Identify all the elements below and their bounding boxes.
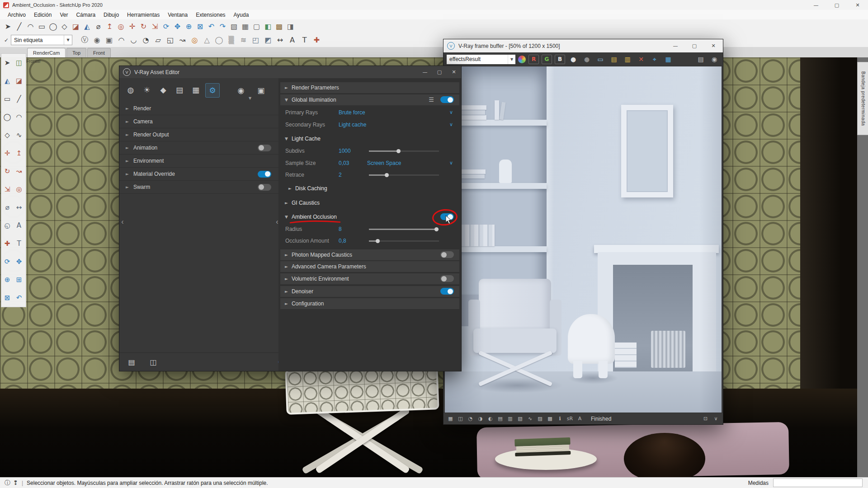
chevron-down-icon[interactable]: ∨ <box>449 160 453 166</box>
gi-caustics-subheader[interactable]: ► GI Caustics <box>280 197 459 208</box>
vray-settings-icon[interactable]: ⚙ <box>205 83 220 98</box>
measurements-input[interactable] <box>773 479 863 487</box>
render-options-chevron-icon[interactable]: ▼ <box>249 96 251 100</box>
pie-tool[interactable]: ◔ <box>140 34 152 46</box>
settings-section-row[interactable]: ► Swarm <box>119 181 278 194</box>
eraser-tool[interactable]: ◪ <box>70 21 81 32</box>
volumetric-environment-toggle[interactable] <box>440 275 454 282</box>
polygon-tool[interactable]: ◇ <box>59 21 70 32</box>
section-toggle[interactable] <box>258 145 271 151</box>
tag-dropdown[interactable]: Sin etiqueta ▼ <box>11 35 72 45</box>
save-settings-icon[interactable]: ◫ <box>148 357 158 367</box>
tape-measure-tool[interactable]: ⌀ <box>2 202 13 213</box>
next-view[interactable]: ↷ <box>217 21 228 32</box>
circle-tool[interactable]: ◯ <box>47 21 59 32</box>
protractor-tool[interactable]: ◵ <box>2 220 13 231</box>
duplicate-buffer[interactable]: ▤ <box>695 54 706 65</box>
global-illumination-header[interactable]: ▼ Global Illumination ☰ <box>280 94 459 105</box>
vfb-levels[interactable]: ▧ <box>516 414 524 423</box>
ambient-occlusion-subheader[interactable]: ▼ Ambient Occlusion <box>280 211 459 222</box>
vray-textures-icon[interactable]: ▦ <box>189 83 203 97</box>
follow-me-tool[interactable]: ↝ <box>14 166 24 177</box>
section-fill-tool[interactable]: ◩ <box>262 34 274 46</box>
donut-tool[interactable]: ◎ <box>189 34 201 46</box>
line-tool[interactable]: ╱ <box>14 94 24 104</box>
push-pull-tool[interactable]: ↥ <box>14 148 24 159</box>
zoom-extents-tool[interactable]: ⊠ <box>194 21 206 32</box>
settings-section-row[interactable]: ► Render <box>119 102 278 115</box>
vfb-color-corrections[interactable]: ◔ <box>466 414 475 423</box>
arc-tool[interactable]: ◠ <box>25 21 36 32</box>
chevron-down-icon[interactable]: ∨ <box>449 122 453 127</box>
dimension-tool[interactable]: ↔ <box>14 202 24 213</box>
line-tool[interactable]: ╱ <box>14 21 25 32</box>
zoom-tool[interactable]: ⊕ <box>2 274 13 285</box>
move-tool[interactable]: ✛ <box>127 21 138 32</box>
clear-image[interactable]: ✕ <box>636 54 646 65</box>
zoom-extents-tool[interactable]: ⊠ <box>2 292 13 303</box>
minimize-button[interactable]: — <box>806 0 826 10</box>
freehand-tool[interactable]: ∿ <box>14 130 24 141</box>
3d-text-tool[interactable]: T <box>14 238 24 249</box>
save-all-channels[interactable]: ▥ <box>622 54 633 65</box>
rectangle-tool[interactable]: ▭ <box>36 21 47 32</box>
rectangle-tool[interactable]: ▭ <box>2 94 13 104</box>
vfb-history[interactable]: ◫ <box>456 414 465 423</box>
monochrome-channel[interactable]: ● <box>581 54 592 65</box>
circle-tool[interactable]: ◯ <box>2 112 13 122</box>
3d-text-tool[interactable]: T <box>298 34 311 46</box>
radius-value[interactable]: 8 <box>339 226 342 232</box>
global-illumination-toggle[interactable] <box>440 96 454 103</box>
secondary-rays-dropdown[interactable]: Light cache <box>339 122 366 128</box>
previous-view[interactable]: ↶ <box>206 21 217 32</box>
menu-item[interactable]: Herramientas <box>123 12 164 18</box>
chevron-down-icon[interactable]: ∨ <box>449 109 453 115</box>
style-xray[interactable]: ▧ <box>228 21 240 32</box>
collapse-left-panel-icon[interactable]: ‹ <box>120 218 125 226</box>
axes-tool[interactable]: ✚ <box>311 34 323 46</box>
frame-buffer-button[interactable]: ▣ <box>254 84 268 97</box>
rgb-red-channel[interactable]: R <box>528 55 539 64</box>
axes-tool[interactable]: ✚ <box>2 238 13 249</box>
settings-section-row[interactable]: ► Material Override <box>119 168 278 181</box>
menu-item[interactable]: Archivo <box>4 12 30 18</box>
offset-tool[interactable]: ◎ <box>115 21 127 32</box>
menu-item[interactable]: Cámara <box>72 12 99 18</box>
minimize-button[interactable]: — <box>418 66 432 78</box>
eraser-tool[interactable]: ◪ <box>14 75 24 86</box>
render-button[interactable]: ◉ <box>234 84 248 97</box>
style-wireframe[interactable]: ▦ <box>240 21 251 32</box>
denoiser-toggle[interactable] <box>440 288 454 295</box>
select-tool[interactable]: ➤ <box>2 57 13 68</box>
arc-2pt-tool[interactable]: ◠ <box>115 34 127 46</box>
geolocation-icon[interactable]: ⓘ <box>5 479 10 487</box>
vray-materials-icon[interactable]: ◍ <box>124 83 137 97</box>
arc-3pt-tool[interactable]: ◡ <box>127 34 140 46</box>
sample-size-mode-dropdown[interactable]: Screen Space <box>367 160 401 166</box>
menu-item[interactable]: Dibujo <box>99 12 123 18</box>
style-hidden-line[interactable]: ▢ <box>251 21 262 32</box>
maximize-button[interactable]: ▢ <box>685 39 704 52</box>
region-render[interactable]: ▦ <box>663 54 674 65</box>
follow-me-tool[interactable]: ↝ <box>176 34 189 46</box>
settings-section-row[interactable]: ► Render Output <box>119 128 278 141</box>
vfb-stamp[interactable]: A <box>576 414 584 423</box>
subdivs-value[interactable]: 1000 <box>339 148 351 154</box>
volumetric-environment-header[interactable]: ► Volumetric Environment <box>280 273 459 284</box>
vfb-hue-saturation[interactable]: ▤ <box>496 414 505 423</box>
photon-mapped-caustics-toggle[interactable] <box>440 251 454 258</box>
advanced-filter-icon[interactable]: ☰ <box>429 96 434 103</box>
minimize-button[interactable]: — <box>666 39 685 52</box>
polygon-tool[interactable]: ◇ <box>2 130 13 141</box>
menu-item[interactable]: Ayuda <box>230 12 253 18</box>
cone-tool[interactable]: △ <box>201 34 213 46</box>
vfb-srgb[interactable]: sR <box>566 414 574 423</box>
maximize-button[interactable]: ▢ <box>826 0 847 10</box>
photon-mapped-caustics-header[interactable]: ► Photon Mapped Caustics <box>280 249 459 260</box>
vray-render-elements-icon[interactable]: ▤ <box>173 83 186 97</box>
subdivs-slider[interactable] <box>369 150 439 152</box>
section-plane-tool[interactable]: ◰ <box>250 34 262 46</box>
scale-tool[interactable]: ⇲ <box>2 184 13 195</box>
text-tool[interactable]: A <box>14 220 24 231</box>
paint-bucket-tool[interactable]: ◭ <box>81 21 93 32</box>
